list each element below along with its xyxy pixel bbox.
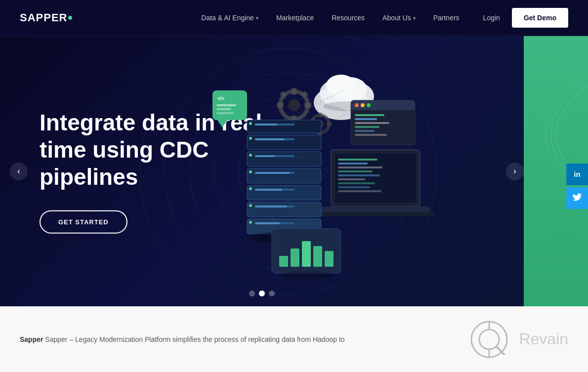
laptop [316,150,435,216]
svg-rect-27 [351,100,415,110]
svg-rect-19 [327,123,332,125]
svg-rect-48 [321,207,430,212]
svg-rect-41 [338,166,382,168]
svg-rect-65 [255,172,290,174]
logo-dot [68,16,72,20]
revain-text: Revain [519,330,568,348]
twitter-icon [572,192,582,204]
linkedin-icon: in [574,170,580,178]
svg-rect-47 [338,190,381,192]
carousel-dots [249,290,275,296]
hero-illustration: </> [198,51,455,298]
svg-rect-46 [338,186,370,188]
svg-rect-77 [255,124,277,125]
svg-rect-34 [355,126,379,128]
chat-bubble: </> [212,90,247,127]
nav-item-about-us[interactable]: About Us ▾ [376,10,422,26]
nav-item-data-ai-engine[interactable]: Data & AI Engine ▾ [194,10,265,26]
svg-rect-8 [292,88,296,95]
svg-rect-69 [255,155,275,157]
gear-large [277,88,311,123]
svg-point-30 [367,103,371,107]
chevron-down-icon: ▾ [256,15,258,21]
svg-rect-59 [249,187,252,190]
svg-rect-75 [249,122,252,125]
get-started-button[interactable]: GET STARTED [40,210,127,234]
carousel-prev-button[interactable]: ‹ [10,163,28,180]
svg-rect-49 [316,212,435,216]
svg-rect-42 [338,170,373,172]
carousel-dot-3[interactable] [269,290,275,296]
svg-point-4 [326,75,356,96]
svg-rect-44 [338,178,365,180]
svg-point-29 [361,103,365,107]
svg-rect-84 [325,251,334,267]
svg-rect-73 [255,138,285,140]
svg-rect-36 [355,134,387,136]
nav-links: Data & AI Engine ▾ Marketplace Resources… [194,10,466,26]
svg-rect-70 [247,135,321,150]
svg-rect-61 [255,189,282,191]
bottom-brand: Sapper [20,335,43,343]
svg-rect-74 [247,120,321,133]
carousel-next-button[interactable]: › [506,163,524,180]
svg-rect-58 [247,185,321,200]
svg-rect-39 [338,159,378,161]
svg-rect-53 [255,222,280,224]
svg-marker-21 [217,120,227,127]
svg-rect-16 [319,113,322,118]
nav-item-partners[interactable]: Partners [426,10,466,26]
svg-rect-66 [247,152,321,166]
svg-text:</>: </> [217,96,225,101]
get-demo-button[interactable]: Get Demo [512,8,568,28]
bottom-section: Sapper Sapper – Legacy Modernization Pla… [0,306,588,372]
carousel-dot-1[interactable] [249,290,255,296]
svg-rect-31 [355,114,384,116]
carousel-dot-2[interactable] [259,290,265,296]
svg-rect-83 [313,246,322,267]
svg-rect-82 [302,241,311,267]
svg-point-85 [279,271,334,279]
login-link[interactable]: Login [476,10,507,26]
svg-rect-71 [249,137,252,140]
hero-svg: </> [198,51,455,298]
svg-point-28 [355,103,359,107]
svg-rect-45 [338,182,375,184]
svg-rect-55 [249,204,252,207]
nav-item-resources[interactable]: Resources [325,10,372,26]
svg-rect-24 [216,108,231,110]
svg-point-7 [288,99,300,111]
svg-rect-63 [249,170,252,173]
navbar: SAPPER Data & AI Engine ▾ Marketplace Re… [0,0,588,36]
revain-icon [469,320,509,359]
svg-rect-25 [216,112,234,114]
nav-item-marketplace[interactable]: Marketplace [269,10,321,26]
logo[interactable]: SAPPER [20,11,72,24]
server-stack [247,120,321,244]
svg-rect-54 [247,202,321,217]
svg-rect-40 [338,163,368,165]
svg-rect-35 [355,130,375,132]
svg-rect-62 [247,168,321,183]
social-buttons: in [566,164,588,209]
twitter-button[interactable] [566,187,588,209]
revain-logo: Revain [469,320,568,359]
svg-rect-67 [249,154,252,157]
svg-rect-81 [291,248,299,267]
svg-rect-23 [216,104,236,106]
svg-rect-38 [335,154,416,203]
chevron-down-icon: ▾ [413,15,416,21]
bottom-description: Sapper Sapper – Legacy Modernization Pla… [20,335,345,343]
svg-rect-43 [338,174,380,176]
linkedin-button[interactable]: in [566,164,588,185]
hero-section: Integrate data in real-time using CDC pi… [0,36,524,306]
code-panel [351,100,415,145]
svg-rect-51 [249,221,252,224]
svg-rect-10 [277,103,284,108]
logo-text: SAPPER [20,11,67,24]
svg-rect-57 [255,206,287,207]
svg-rect-80 [279,256,288,267]
svg-rect-32 [355,118,377,120]
bar-chart [272,229,341,279]
svg-rect-33 [355,122,389,124]
